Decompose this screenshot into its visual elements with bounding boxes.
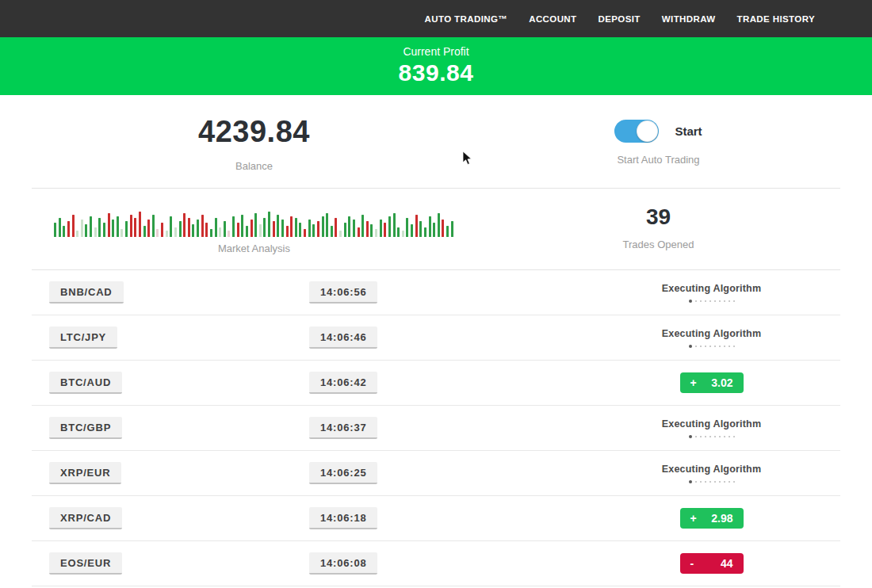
nav-item-trade-history[interactable]: TRADE HISTORY: [737, 14, 816, 24]
analysis-bar: [268, 212, 270, 237]
analysis-bar: [312, 224, 315, 237]
trade-rows-list: BNB/CAD14:06:56Executing AlgorithmLTC/JP…: [32, 269, 840, 586]
trade-row: XRP/EUR14:06:25Executing Algorithm: [32, 451, 840, 496]
trades-opened-value: 39: [476, 203, 840, 230]
analysis-bar: [273, 221, 275, 237]
executing-label: Executing Algorithm: [662, 464, 762, 475]
analysis-bar: [451, 221, 453, 237]
time-chip[interactable]: 14:06:42: [309, 372, 377, 394]
time-chip[interactable]: 14:06:46: [309, 326, 377, 349]
analysis-bar: [254, 213, 257, 237]
analysis-bar: [59, 218, 61, 237]
analysis-bar: [446, 226, 449, 237]
trade-status: Executing Algorithm: [583, 451, 840, 495]
pair-chip[interactable]: LTC/JPY: [49, 326, 117, 349]
analysis-bar: [397, 227, 400, 237]
analysis-bar: [112, 220, 114, 237]
pair-chip[interactable]: BNB/CAD: [49, 281, 124, 304]
analysis-bar: [76, 231, 78, 237]
analysis-bar: [295, 218, 297, 237]
analysis-bar: [286, 226, 289, 237]
executing-label: Executing Algorithm: [662, 283, 762, 294]
analysis-bar: [442, 220, 444, 237]
analysis-bar: [348, 216, 350, 237]
analysis-bar: [152, 215, 155, 237]
pair-chip[interactable]: BTC/AUD: [49, 372, 122, 394]
analysis-bar: [335, 218, 337, 237]
start-auto-trading-label: Start Auto Trading: [476, 154, 840, 166]
analysis-bar: [170, 216, 172, 237]
analysis-bar: [166, 231, 168, 237]
analysis-bar: [251, 220, 253, 237]
trade-row: BTC/GBP14:06:37Executing Algorithm: [32, 406, 840, 451]
analysis-bar: [388, 216, 391, 237]
analysis-bar: [331, 226, 333, 237]
trade-row: EOS/EUR14:06:08-44: [32, 541, 840, 586]
trade-status: Executing Algorithm: [583, 270, 840, 315]
analysis-bar: [277, 215, 279, 237]
time-chip[interactable]: 14:06:18: [309, 507, 377, 529]
trade-status: Executing Algorithm: [583, 315, 840, 360]
trades-opened-label: Trades Opened: [476, 239, 840, 250]
analysis-bar: [117, 216, 119, 237]
nav-item-withdraw[interactable]: WITHDRAW: [662, 14, 716, 24]
analysis-bar: [241, 215, 243, 237]
trade-row: XRP/CAD14:06:18+2.98: [32, 496, 840, 541]
nav-item-deposit[interactable]: DEPOSIT: [599, 14, 641, 24]
analysis-bar: [54, 223, 56, 237]
time-chip[interactable]: 14:06:37: [309, 417, 377, 439]
analysis-bar: [228, 231, 230, 237]
pair-chip[interactable]: EOS/EUR: [49, 552, 122, 575]
current-profit-label: Current Profit: [0, 45, 872, 58]
current-profit-banner: Current Profit 839.84: [0, 37, 872, 95]
market-analysis-label: Market Analysis: [32, 242, 476, 254]
analysis-bar: [174, 227, 177, 237]
analysis-bar: [290, 216, 293, 237]
analysis-bar: [63, 226, 65, 237]
analysis-bar: [237, 223, 239, 237]
trade-row: BNB/CAD14:06:56Executing Algorithm: [32, 270, 840, 315]
trade-row: BTC/AUD14:06:42+3.02: [32, 361, 840, 406]
analysis-bar: [161, 223, 163, 237]
nav-item-account[interactable]: ACCOUNT: [529, 14, 576, 24]
analysis-bar: [402, 231, 404, 237]
analysis-bar: [433, 223, 435, 237]
analysis-bar: [130, 215, 132, 237]
loss-badge: -44: [680, 553, 744, 574]
time-chip[interactable]: 14:06:25: [309, 462, 377, 484]
analysis-bar: [419, 221, 422, 237]
trade-status: +2.98: [583, 496, 840, 540]
nav-item-auto-trading[interactable]: AUTO TRADING™: [425, 14, 508, 24]
time-chip[interactable]: 14:06:08: [309, 552, 377, 575]
analysis-bar: [358, 227, 360, 237]
toggle-start-label: Start: [675, 124, 702, 138]
analysis-bar: [259, 224, 262, 237]
analysis-bar: [424, 227, 426, 237]
trade-row: LTC/JPY14:06:46Executing Algorithm: [32, 315, 840, 361]
market-analysis-chart: [54, 203, 454, 237]
analysis-bar: [183, 213, 185, 237]
analysis-bar: [125, 221, 128, 237]
analysis-bar: [370, 224, 373, 237]
analysis-bar: [205, 223, 208, 237]
current-profit-value: 839.84: [0, 59, 872, 86]
analysis-bar: [263, 218, 266, 237]
analysis-bar: [85, 224, 87, 237]
analysis-bar: [232, 216, 235, 237]
pair-chip[interactable]: XRP/CAD: [49, 507, 122, 529]
analysis-bar: [156, 229, 159, 237]
pair-chip[interactable]: XRP/EUR: [49, 462, 121, 484]
profit-badge: +2.98: [680, 508, 744, 529]
pair-chip[interactable]: BTC/GBP: [49, 417, 122, 439]
analysis-bar: [81, 220, 83, 237]
auto-trading-toggle[interactable]: [614, 120, 659, 143]
analysis-bar: [375, 229, 377, 237]
progress-dots: [689, 300, 735, 303]
analysis-bar: [393, 213, 396, 237]
progress-dots: [689, 480, 735, 483]
time-chip[interactable]: 14:06:56: [309, 281, 377, 304]
analysis-bar: [380, 220, 382, 237]
analysis-bar: [188, 218, 190, 237]
analysis-bar: [299, 223, 301, 237]
analysis-bar: [304, 229, 306, 237]
